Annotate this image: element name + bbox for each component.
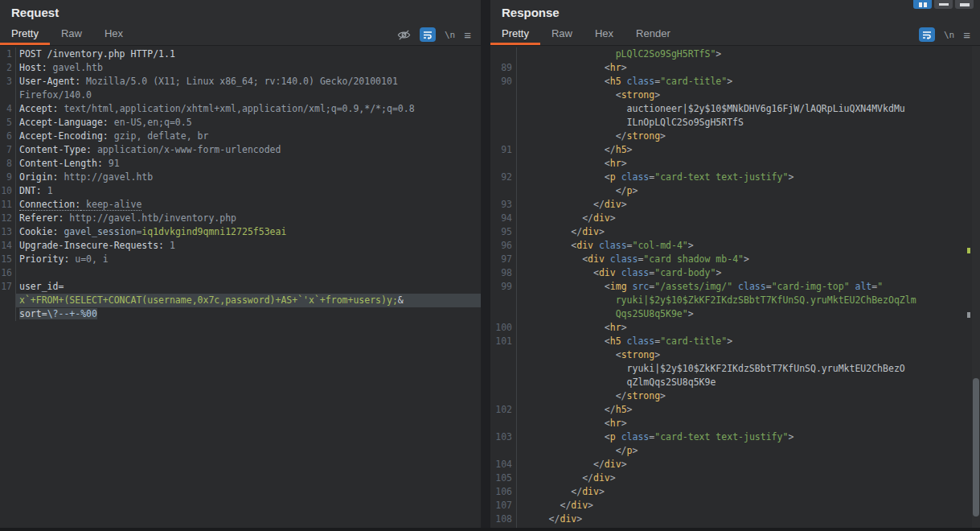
line-number: 98 bbox=[490, 266, 517, 280]
code-line: 106 </div> bbox=[490, 485, 980, 499]
line-number: 12 bbox=[0, 212, 16, 225]
line-number bbox=[490, 116, 517, 130]
code-line: </strong> bbox=[490, 130, 980, 143]
tab-raw[interactable]: Raw bbox=[540, 24, 584, 45]
tab-hex[interactable]: Hex bbox=[93, 24, 134, 45]
layout-rows-button[interactable] bbox=[934, 0, 953, 9]
code-line: 92 <p class="card-text text-justify"> bbox=[490, 171, 980, 184]
code-line: 14Upgrade-Insecure-Requests: 1 bbox=[0, 239, 481, 253]
code-line: 1POST /inventory.php HTTP/1.1 bbox=[0, 47, 481, 61]
line-number: 16 bbox=[0, 266, 16, 280]
line-number: 100 bbox=[490, 321, 517, 335]
code-line: 101 <h5 class="card-title"> bbox=[490, 335, 980, 348]
layout-columns-button[interactable] bbox=[913, 0, 932, 9]
response-scrollbar-thumb[interactable] bbox=[973, 378, 979, 517]
code-line: <strong> bbox=[490, 88, 980, 102]
code-line: Firefox/140.0 bbox=[0, 88, 481, 102]
code-line: Qqs2SU8q5K9e"> bbox=[490, 307, 980, 321]
code-line: 11Connection: keep-alive bbox=[0, 198, 481, 212]
soft-wrap-icon[interactable] bbox=[420, 27, 436, 42]
code-line: sort=\?--+-%00 bbox=[0, 307, 481, 321]
line-number: 5 bbox=[0, 116, 16, 130]
request-editor[interactable]: 1POST /inventory.php HTTP/1.12Host: gave… bbox=[0, 46, 481, 528]
code-line: 96 <div class="col-md-4"> bbox=[490, 239, 980, 253]
request-panel: Request PrettyRawHex bbox=[0, 0, 481, 531]
code-line: 17user_id= bbox=[0, 280, 481, 294]
code-line: 89 <hr> bbox=[490, 61, 980, 75]
code-line: 99 <img src="/assets/img/" class="card-i… bbox=[490, 280, 980, 294]
burp-message-editor: Request PrettyRawHex bbox=[0, 0, 980, 531]
code-line: auctioneer|$2y$10$MNkDHV6g16FjW/lAQRpLiu… bbox=[490, 102, 980, 116]
response-toolbar-icons: \n ≡ bbox=[919, 24, 980, 45]
line-number bbox=[490, 389, 517, 403]
response-toolbar: PrettyRawHexRender \n ≡ bbox=[490, 24, 980, 46]
menu-icon[interactable]: ≡ bbox=[963, 29, 970, 41]
scroll-annotation-grey bbox=[967, 312, 970, 318]
code-line: 90 <h5 class="card-title"> bbox=[490, 75, 980, 88]
line-number: 96 bbox=[490, 239, 517, 253]
code-line: 13Cookie: gavel_session=iq1dvkgind9qmni1… bbox=[0, 225, 481, 239]
tab-pretty[interactable]: Pretty bbox=[490, 24, 540, 45]
response-panel: Response PrettyRawHexRender \n ≡ pLQ bbox=[490, 0, 980, 531]
line-number bbox=[0, 88, 16, 102]
line-number: 11 bbox=[0, 198, 16, 212]
tab-render[interactable]: Render bbox=[625, 24, 682, 45]
line-number: 94 bbox=[490, 212, 517, 225]
code-line: 15Priority: u=0, i bbox=[0, 253, 481, 266]
layout-single-button[interactable] bbox=[955, 0, 974, 9]
newline-literal-icon[interactable]: \n bbox=[944, 30, 954, 40]
code-line: <hr> bbox=[490, 417, 980, 430]
code-line: 91 </h5> bbox=[490, 143, 980, 157]
line-number bbox=[490, 307, 517, 321]
line-number: 95 bbox=[490, 225, 517, 239]
line-number: 14 bbox=[0, 239, 16, 253]
code-line: </strong> bbox=[490, 389, 980, 403]
response-editor[interactable]: pLQlC2So9SgH5RTfS">89 <hr>90 <h5 class="… bbox=[490, 46, 980, 528]
code-line: 102 </h5> bbox=[490, 403, 980, 417]
line-number bbox=[490, 417, 517, 430]
soft-wrap-icon[interactable] bbox=[919, 27, 935, 42]
line-number: 15 bbox=[0, 253, 16, 266]
code-line: 104 </div> bbox=[490, 458, 980, 471]
line-number bbox=[490, 130, 517, 143]
menu-icon[interactable]: ≡ bbox=[464, 29, 471, 41]
line-number: 105 bbox=[490, 471, 517, 485]
code-line: 97 <div class="card shadow mb-4"> bbox=[490, 253, 980, 266]
line-number: 2 bbox=[0, 61, 16, 75]
tab-pretty[interactable]: Pretty bbox=[0, 24, 50, 45]
code-line: 108 </div> bbox=[490, 512, 980, 526]
code-line: 10DNT: 1 bbox=[0, 184, 481, 198]
line-number: 93 bbox=[490, 198, 517, 212]
code-line: 94 </div> bbox=[490, 212, 980, 225]
code-line: 105 </div> bbox=[490, 471, 980, 485]
line-number: 10 bbox=[0, 184, 16, 198]
code-line: ILnOpLQlC2So9SgH5RTfS bbox=[490, 116, 980, 130]
line-number bbox=[0, 307, 16, 321]
request-toolbar: PrettyRawHex \ bbox=[0, 24, 481, 46]
line-number: 101 bbox=[490, 335, 517, 348]
line-number: 90 bbox=[490, 75, 517, 88]
code-line: 95 </div> bbox=[490, 225, 980, 239]
line-number: 17 bbox=[0, 280, 16, 294]
code-line: 7Content-Type: application/x-www-form-ur… bbox=[0, 143, 481, 157]
panel-splitter[interactable] bbox=[481, 0, 490, 531]
response-scrollbar-track[interactable] bbox=[972, 46, 980, 528]
line-number bbox=[490, 102, 517, 116]
code-line: <hr> bbox=[490, 157, 980, 171]
code-line: 107 </div> bbox=[490, 499, 980, 512]
line-number: 103 bbox=[490, 430, 517, 444]
code-line: 16 bbox=[0, 266, 481, 280]
code-line: </p> bbox=[490, 444, 980, 458]
line-number: 3 bbox=[0, 75, 16, 88]
tab-hex[interactable]: Hex bbox=[584, 24, 625, 45]
code-line: 8Content-Length: 91 bbox=[0, 157, 481, 171]
tab-raw[interactable]: Raw bbox=[50, 24, 93, 45]
request-tab-bar: PrettyRawHex bbox=[0, 24, 134, 45]
line-number: 8 bbox=[0, 157, 16, 171]
line-number bbox=[490, 88, 517, 102]
newline-literal-icon[interactable]: \n bbox=[445, 30, 455, 40]
line-number: 1 bbox=[0, 47, 16, 61]
line-number: 89 bbox=[490, 61, 517, 75]
hide-eye-icon[interactable] bbox=[397, 29, 411, 41]
code-line: 98 <div class="card-body"> bbox=[490, 266, 980, 280]
